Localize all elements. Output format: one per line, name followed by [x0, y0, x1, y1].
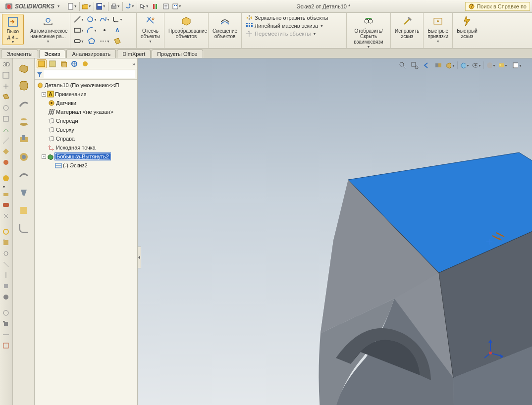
print-button[interactable]: ▼ [110, 1, 120, 11]
tool-icon-16[interactable] [2, 271, 11, 280]
tool-icon-6[interactable] [2, 137, 11, 146]
offset-entities-button[interactable]: Смещение объектов [211, 14, 239, 40]
boundary-icon[interactable] [16, 203, 31, 218]
tree-root[interactable]: Деталь10 (По умолчанию<<П [35, 81, 137, 90]
view-settings-icon[interactable]: ▼ [512, 60, 522, 70]
tool-icon-17[interactable] [2, 282, 11, 291]
fm-tab-display[interactable] [80, 59, 90, 68]
view-3d-icon[interactable]: 3D [2, 60, 11, 69]
tool-icon-19[interactable]: ▼ [2, 309, 11, 318]
repair-sketch-button[interactable]: Исправить эскиз [393, 14, 421, 40]
tree-sketch2[interactable]: (-) Эскиз2 [35, 161, 137, 170]
options-button[interactable]: ▼ [172, 1, 182, 11]
rapid-sketch-button[interactable]: Быстрый эскиз [455, 14, 479, 40]
display-relations-button[interactable]: Отобразить/Скрыть взаимосвязи ▼ [349, 14, 388, 50]
fm-tab-dimxpert[interactable] [69, 59, 79, 68]
sweep-icon[interactable] [16, 96, 31, 111]
text-tool[interactable]: A [112, 25, 123, 35]
properties-button[interactable] [161, 1, 171, 11]
tool-icon-5[interactable] [2, 126, 11, 135]
tab-office[interactable]: Продукты Office [152, 50, 203, 58]
tree-front-plane[interactable]: Спереди [35, 116, 137, 125]
fm-tab-config[interactable] [58, 59, 68, 68]
fm-filter-input[interactable] [44, 70, 135, 78]
exit-sketch-button[interactable]: Выхо д и... ▼ [2, 14, 24, 45]
open-button[interactable]: ▼ [82, 1, 92, 11]
plane-tool[interactable] [112, 36, 123, 46]
zoom-fit-icon[interactable] [398, 60, 408, 70]
tool-icon-4[interactable] [2, 115, 11, 124]
std-views-icon[interactable] [2, 71, 11, 80]
tool-icon-1[interactable] [2, 82, 11, 91]
apply-scene-icon[interactable]: ▼ [498, 60, 508, 70]
panel-collapse-handle[interactable] [138, 247, 141, 268]
trim-button[interactable]: Отсечь объекты ▼ [139, 14, 162, 44]
point-tool[interactable] [99, 25, 110, 35]
swept-cut-icon[interactable] [16, 167, 31, 182]
extruded-cut-icon[interactable] [16, 132, 31, 147]
section-view-icon[interactable] [433, 60, 443, 70]
tool-icon-10[interactable] [2, 201, 11, 210]
tool-icon-15[interactable] [2, 260, 11, 269]
revolved-cut-icon[interactable] [16, 150, 31, 164]
tree-material[interactable]: Материал <не указан> [35, 107, 137, 116]
rectangle-tool[interactable]: ▼ [73, 25, 84, 35]
search-help[interactable]: ? Поиск в Справке по [465, 2, 530, 11]
fm-tab-tree[interactable] [37, 59, 47, 68]
app-menu-dropdown[interactable]: ▼ [57, 4, 60, 8]
centerline-tool[interactable]: ▼ [99, 36, 110, 46]
tree-right-plane[interactable]: Справа [35, 134, 137, 143]
mirror-entities-button[interactable]: Зеркально отразить объекты [245, 14, 329, 22]
hide-show-icon[interactable]: ▼ [472, 60, 481, 70]
tool-icon-9[interactable] [2, 190, 11, 199]
fm-tab-property[interactable] [48, 59, 57, 68]
tool-icon-12[interactable]: ▼ [2, 228, 11, 237]
fm-expand-icon[interactable]: » [132, 61, 135, 67]
loft-icon[interactable] [16, 114, 31, 129]
linear-pattern-button[interactable]: Линейный массив эскиза▼ [245, 22, 324, 30]
expand-icon[interactable]: + [42, 92, 46, 97]
tool-icon-13[interactable] [2, 239, 11, 248]
line-tool[interactable]: ▼ [73, 14, 84, 24]
appearance-icon[interactable]: ▼ [2, 174, 11, 183]
arc-tool[interactable]: ▼ [86, 25, 97, 35]
tool-icon-11[interactable] [2, 212, 11, 221]
fillet-feature-icon[interactable] [16, 221, 31, 236]
tool-icon-21[interactable] [2, 331, 11, 340]
spline-tool[interactable]: ▼ [99, 14, 110, 24]
view-triad[interactable] [484, 336, 509, 360]
tab-sketch[interactable]: Эскиз [39, 50, 66, 58]
polygon-tool[interactable] [86, 36, 97, 46]
tool-icon-18[interactable] [2, 293, 11, 302]
convert-entities-button[interactable]: Преобразование объектов [166, 14, 206, 40]
tree-sensors[interactable]: Датчики [35, 99, 137, 107]
tab-dimxpert[interactable]: DimXpert [117, 50, 151, 58]
new-button[interactable]: ▼ [67, 1, 77, 11]
circle-tool[interactable]: ▼ [86, 14, 97, 24]
smart-dimension-button[interactable]: Автоматическое нанесение ра... ▼ [28, 14, 68, 44]
extruded-boss-icon[interactable] [16, 60, 31, 75]
revolved-boss-icon[interactable] [16, 78, 31, 93]
quick-snaps-button[interactable]: Быстрые привязки ▼ [426, 14, 450, 44]
tree-origin[interactable]: Исходная точка [35, 143, 137, 152]
zoom-area-icon[interactable] [410, 60, 420, 70]
tree-extrude[interactable]: + Бобышка-Вытянуть2 [35, 152, 137, 161]
tool-icon-22[interactable] [2, 342, 11, 351]
tree-top-plane[interactable]: Сверху [35, 125, 137, 134]
view-orientation-icon[interactable]: ▼ [445, 60, 455, 70]
move-entities-button[interactable]: Переместить объекты▼ [245, 30, 317, 38]
lofted-cut-icon[interactable] [16, 185, 31, 200]
select-button[interactable]: ▼ [139, 1, 149, 11]
undo-button[interactable]: ▼ [125, 1, 135, 11]
tool-icon-14[interactable] [2, 250, 11, 258]
rebuild-button[interactable] [150, 1, 160, 11]
tool-icon-8[interactable] [2, 158, 11, 167]
prev-view-icon[interactable] [422, 60, 431, 70]
graphics-viewport[interactable]: ▼ ▼ ▼ ▼ ▼ ▼ [138, 58, 532, 405]
tool-icon-7[interactable] [2, 148, 11, 156]
edit-appearance-icon[interactable]: ▼ [486, 60, 496, 70]
display-style-icon[interactable]: ▼ [460, 60, 470, 70]
save-button[interactable]: ▼ [96, 1, 106, 11]
tool-icon-3[interactable] [2, 104, 11, 113]
slot-tool[interactable]: ▼ [73, 36, 84, 46]
